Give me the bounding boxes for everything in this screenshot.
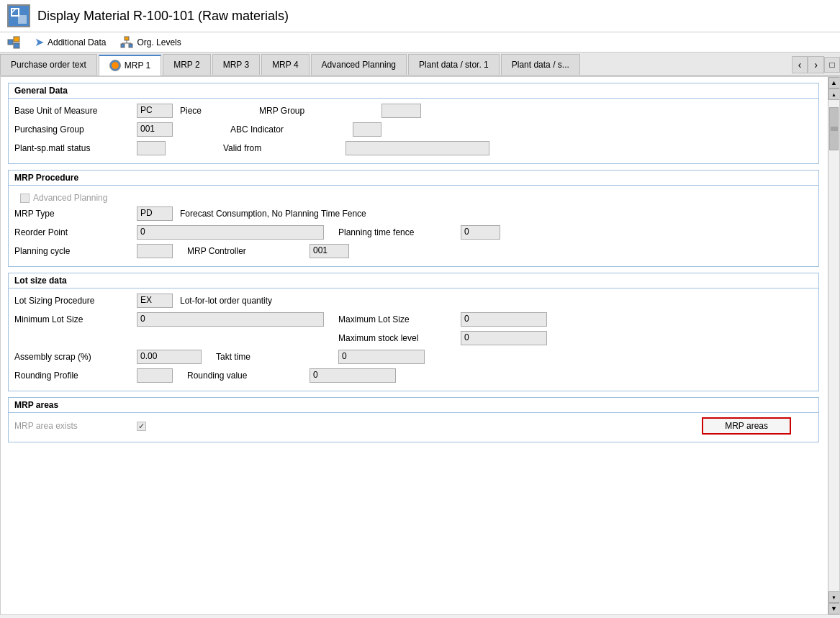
scroll-up-small-button[interactable]: ▲ — [828, 88, 840, 100]
mrp-areas-button[interactable]: MRP areas — [702, 417, 791, 435]
lot-sizing-procedure-field[interactable]: EX — [137, 294, 173, 308]
mrp-type-extra: Forecast Consumption, No Planning Time F… — [180, 209, 366, 219]
valid-from-field[interactable] — [346, 141, 489, 155]
scroll-grip — [830, 127, 838, 131]
mrp-procedure-header: MRP Procedure — [9, 171, 818, 186]
lot-sizing-procedure-row: Lot Sizing Procedure EX Lot-for-lot orde… — [14, 293, 813, 309]
mrp-areas-section: MRP areas MRP area exists ✓ MRP areas — [8, 397, 819, 442]
lot-size-header: Lot size data — [9, 273, 818, 288]
rounding-value-field[interactable]: 0 — [310, 368, 396, 383]
additional-data-button[interactable]: ➤ Additional Data — [35, 35, 106, 49]
rounding-profile-field[interactable] — [137, 368, 173, 383]
valid-from-label: Valid from — [223, 143, 346, 153]
title-bar: Display Material R-100-101 (Raw material… — [0, 0, 840, 32]
mrp-group-label: MRP Group — [259, 106, 381, 116]
reorder-point-label: Reorder Point — [14, 227, 137, 237]
lot-size-body: Lot Sizing Procedure EX Lot-for-lot orde… — [9, 288, 818, 391]
mrp-area-exists-checkbox[interactable]: ✓ — [137, 422, 146, 431]
base-unit-label: Base Unit of Measure — [14, 106, 137, 116]
takt-time-label: Takt time — [216, 352, 338, 362]
max-stock-level-label: Maximum stock level — [338, 333, 461, 343]
base-unit-field[interactable]: PC — [137, 104, 173, 118]
toolbar-icon-area[interactable] — [7, 36, 20, 49]
mrp-group-field[interactable] — [381, 104, 421, 118]
advanced-planning-checkbox[interactable] — [20, 194, 30, 203]
page-title: Display Material R-100-101 (Raw material… — [37, 9, 289, 24]
mrp-controller-field[interactable]: 001 — [310, 244, 349, 258]
purchasing-group-field[interactable]: 001 — [137, 122, 173, 137]
mrp-procedure-section: MRP Procedure Advanced Planning MRP Type… — [8, 170, 819, 267]
rounding-profile-row: Rounding Profile Rounding value 0 — [14, 368, 813, 383]
purchasing-group-label: Purchasing Group — [14, 124, 137, 135]
tab-mrp4[interactable]: MRP 4 — [261, 54, 309, 75]
plant-status-label: Plant-sp.matl status — [14, 143, 137, 153]
planning-cycle-label: Planning cycle — [14, 246, 137, 256]
plant-status-field[interactable] — [137, 141, 166, 155]
takt-time-field[interactable]: 0 — [338, 350, 425, 364]
assembly-scrap-field[interactable]: 0.00 — [137, 350, 202, 364]
abc-indicator-field[interactable] — [353, 122, 381, 137]
tab-plant-data-stor1[interactable]: Plant data / stor. 1 — [408, 54, 500, 75]
tab-next-button[interactable]: › — [808, 56, 824, 73]
arrow-icon: ➤ — [35, 35, 44, 49]
max-lot-size-label: Maximum Lot Size — [338, 314, 461, 324]
planning-time-fence-field[interactable]: 0 — [461, 225, 500, 240]
svg-rect-8 — [129, 44, 132, 47]
mrp-areas-body: MRP area exists ✓ MRP areas — [9, 413, 818, 442]
main-content: General Data Base Unit of Measure PC Pie… — [0, 76, 840, 615]
max-stock-level-field[interactable]: 0 — [461, 331, 547, 345]
tab-navigation: ‹ › □ — [792, 54, 840, 75]
svg-rect-5 — [14, 43, 19, 48]
toolbar: ➤ Additional Data Org. Levels — [0, 32, 840, 53]
purchasing-group-row: Purchasing Group 001 ABC Indicator — [14, 122, 813, 137]
scroll-down-button[interactable]: ▼ — [828, 603, 840, 614]
assembly-scrap-row: Assembly scrap (%) 0.00 Takt time 0 — [14, 349, 813, 365]
tab-purchase-order-text[interactable]: Purchase order text — [0, 54, 97, 75]
svg-rect-7 — [121, 44, 125, 47]
scroll-thumb[interactable] — [829, 107, 839, 150]
tab-mrp3[interactable]: MRP 3 — [212, 54, 260, 75]
tab-plant-data-s[interactable]: Plant data / s... — [501, 54, 580, 75]
planning-cycle-row: Planning cycle MRP Controller 001 — [14, 243, 813, 259]
mrp-area-exists-row: MRP area exists ✓ MRP areas — [14, 417, 813, 435]
lot-sizing-extra: Lot-for-lot order quantity — [180, 296, 272, 306]
tab-mrp2[interactable]: MRP 2 — [163, 54, 210, 75]
planning-cycle-field[interactable] — [137, 244, 173, 258]
assembly-scrap-label: Assembly scrap (%) — [14, 352, 137, 362]
org-levels-button[interactable]: Org. Levels — [120, 36, 181, 49]
scroll-up-button[interactable]: ▲ — [828, 77, 840, 88]
planning-time-fence-label: Planning time fence — [338, 227, 461, 237]
tab-prev-button[interactable]: ‹ — [792, 56, 808, 73]
reorder-point-field[interactable]: 0 — [137, 225, 324, 240]
mrp-type-row: MRP Type PD Forecast Consumption, No Pla… — [14, 206, 813, 222]
scroll-down-small-button[interactable]: ▼ — [828, 591, 840, 603]
svg-rect-3 — [8, 40, 13, 45]
org-levels-label: Org. Levels — [137, 37, 181, 47]
min-lot-size-row: Minimum Lot Size 0 Maximum Lot Size 0 — [14, 312, 813, 327]
tabs-bar: Purchase order text MRP 1 MRP 2 MRP 3 MR… — [0, 53, 840, 76]
lot-sizing-procedure-label: Lot Sizing Procedure — [14, 296, 137, 306]
general-data-header: General Data — [9, 83, 818, 99]
reorder-point-row: Reorder Point 0 Planning time fence 0 — [14, 224, 813, 240]
rounding-value-label: Rounding value — [187, 371, 310, 381]
mrp-areas-header: MRP areas — [9, 398, 818, 413]
scrollbar[interactable]: ▲ ▲ ▼ ▼ — [828, 77, 839, 614]
max-lot-size-field[interactable]: 0 — [461, 312, 547, 327]
tab-menu-button[interactable]: □ — [824, 57, 840, 73]
mrp-controller-label: MRP Controller — [187, 246, 310, 256]
app-icon — [7, 4, 30, 27]
general-data-section: General Data Base Unit of Measure PC Pie… — [8, 83, 819, 164]
min-lot-size-field[interactable]: 0 — [137, 312, 324, 327]
advanced-planning-checkbox-label: Advanced Planning — [33, 193, 107, 203]
additional-data-label: Additional Data — [48, 37, 106, 47]
mrp-procedure-body: Advanced Planning MRP Type PD Forecast C… — [9, 186, 818, 266]
scroll-track[interactable] — [828, 100, 839, 591]
mrp-type-field[interactable]: PD — [137, 206, 173, 221]
mrp-icon — [109, 60, 121, 71]
advanced-planning-checkbox-row: Advanced Planning — [14, 190, 813, 206]
tab-mrp1[interactable]: MRP 1 — [99, 55, 161, 76]
tab-advanced-planning[interactable]: Advanced Planning — [311, 54, 407, 75]
abc-indicator-label: ABC Indicator — [230, 124, 353, 135]
lot-size-section: Lot size data Lot Sizing Procedure EX Lo… — [8, 273, 819, 391]
general-data-body: Base Unit of Measure PC Piece MRP Group … — [9, 99, 818, 163]
